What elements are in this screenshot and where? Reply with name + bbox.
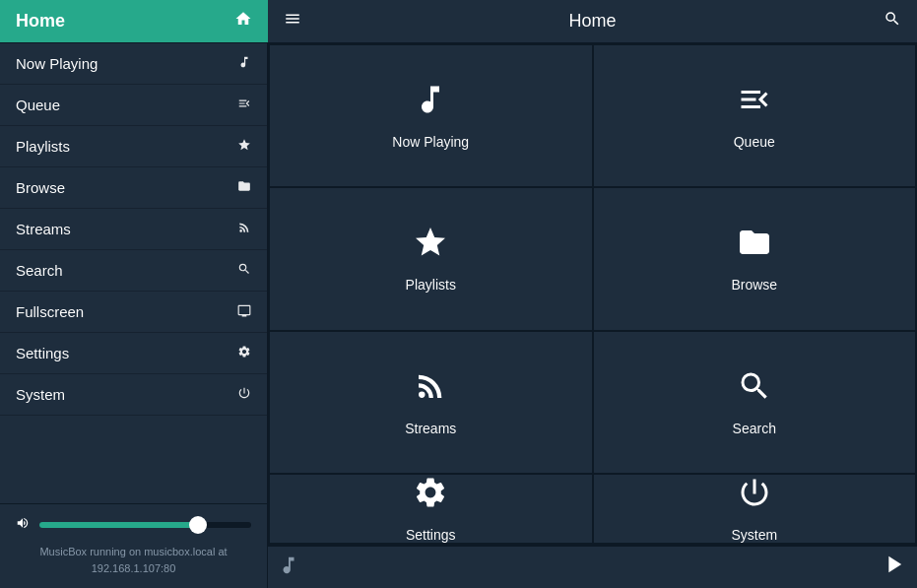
- grid-tile-now-playing-label: Now Playing: [392, 134, 469, 150]
- volume-fill: [39, 522, 198, 528]
- search-icon[interactable]: [884, 10, 901, 33]
- volume-slider[interactable]: [39, 522, 251, 528]
- sidebar-item-browse[interactable]: Browse: [0, 167, 267, 209]
- volume-thumb[interactable]: [189, 516, 207, 534]
- grid-tile-system[interactable]: System: [594, 475, 916, 543]
- gear-icon: [413, 475, 448, 517]
- grid-tile-system-label: System: [731, 527, 777, 543]
- player-play-button[interactable]: [880, 551, 907, 584]
- top-bar: Home Home: [0, 0, 917, 43]
- player-bar: [268, 545, 917, 588]
- monitor-icon: [237, 303, 251, 321]
- sidebar-nav: Now Playing Queue Playlists Browse: [0, 43, 267, 503]
- grid-area: Now Playing Queue Playlists: [268, 43, 917, 545]
- sidebar: Now Playing Queue Playlists Browse: [0, 43, 268, 588]
- search-icon: [737, 368, 772, 411]
- main-layout: Now Playing Queue Playlists Browse: [0, 43, 917, 588]
- grid-tile-queue-label: Queue: [734, 134, 775, 150]
- sidebar-item-settings[interactable]: Settings: [0, 333, 267, 374]
- sidebar-item-queue[interactable]: Queue: [0, 85, 267, 126]
- rss-icon: [237, 221, 251, 238]
- grid-tile-streams[interactable]: Streams: [270, 332, 592, 473]
- gear-icon: [237, 345, 251, 362]
- sidebar-item-fullscreen[interactable]: Fullscreen: [0, 292, 267, 333]
- sidebar-footer: MusicBox running on musicbox.local at 19…: [0, 503, 267, 588]
- grid-tile-settings[interactable]: Settings: [270, 475, 592, 543]
- volume-icon: [16, 516, 30, 534]
- page-title: Home: [568, 11, 616, 32]
- queue-icon: [737, 82, 772, 124]
- sidebar-item-now-playing[interactable]: Now Playing: [0, 43, 267, 85]
- grid-tile-browse-label: Browse: [731, 277, 777, 293]
- home-tab[interactable]: Home: [0, 0, 268, 42]
- grid-tile-browse[interactable]: Browse: [594, 188, 916, 329]
- folder-icon: [737, 225, 772, 267]
- server-info: MusicBox running on musicbox.local at 19…: [16, 544, 251, 576]
- grid-tile-playlists[interactable]: Playlists: [270, 188, 592, 329]
- queue-icon: [237, 97, 251, 114]
- grid-tile-playlists-label: Playlists: [406, 277, 456, 293]
- sidebar-item-search[interactable]: Search: [0, 250, 267, 292]
- sidebar-item-system[interactable]: System: [0, 374, 267, 416]
- grid-tile-queue[interactable]: Queue: [594, 45, 916, 186]
- search-icon: [237, 262, 251, 280]
- grid-tile-settings-label: Settings: [406, 527, 456, 543]
- hamburger-icon[interactable]: [284, 10, 301, 33]
- home-tab-label: Home: [16, 11, 65, 32]
- grid-tile-search[interactable]: Search: [594, 332, 916, 473]
- folder-icon: [237, 179, 251, 197]
- volume-control: [16, 516, 251, 534]
- power-icon: [237, 386, 251, 404]
- top-bar-center: Home: [268, 10, 917, 33]
- star-icon: [413, 225, 448, 267]
- home-icon: [234, 10, 252, 33]
- power-icon: [737, 475, 772, 517]
- grid-tile-streams-label: Streams: [405, 421, 456, 436]
- music-icon: [413, 82, 448, 124]
- grid-tile-now-playing[interactable]: Now Playing: [270, 45, 592, 186]
- sidebar-item-playlists[interactable]: Playlists: [0, 126, 267, 167]
- music-icon: [237, 55, 251, 73]
- player-music-icon: [278, 555, 299, 581]
- star-icon: [237, 138, 251, 156]
- rss-icon: [413, 368, 448, 411]
- main-content: Now Playing Queue Playlists: [268, 43, 917, 588]
- sidebar-item-streams[interactable]: Streams: [0, 209, 267, 250]
- grid-tile-search-label: Search: [733, 421, 776, 436]
